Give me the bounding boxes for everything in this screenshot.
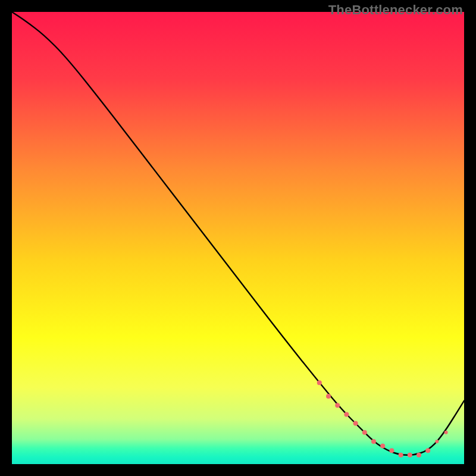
chart-stage: TheBottlenecker.com xyxy=(0,0,476,476)
gradient-background xyxy=(12,12,464,464)
range-marker xyxy=(317,380,322,385)
range-marker xyxy=(416,453,421,458)
range-marker xyxy=(389,448,394,453)
plot-area xyxy=(12,12,464,464)
range-marker xyxy=(435,440,439,443)
range-marker xyxy=(335,403,340,408)
range-marker xyxy=(380,444,385,449)
range-marker xyxy=(425,448,430,453)
range-marker xyxy=(408,453,412,458)
plot-svg xyxy=(12,12,464,464)
watermark-text: TheBottlenecker.com xyxy=(328,2,463,18)
range-marker xyxy=(326,394,331,399)
range-marker xyxy=(362,430,367,435)
range-marker xyxy=(399,453,403,458)
range-marker xyxy=(344,412,349,416)
range-marker xyxy=(371,439,376,444)
range-marker xyxy=(353,421,358,426)
range-marker xyxy=(444,431,448,434)
